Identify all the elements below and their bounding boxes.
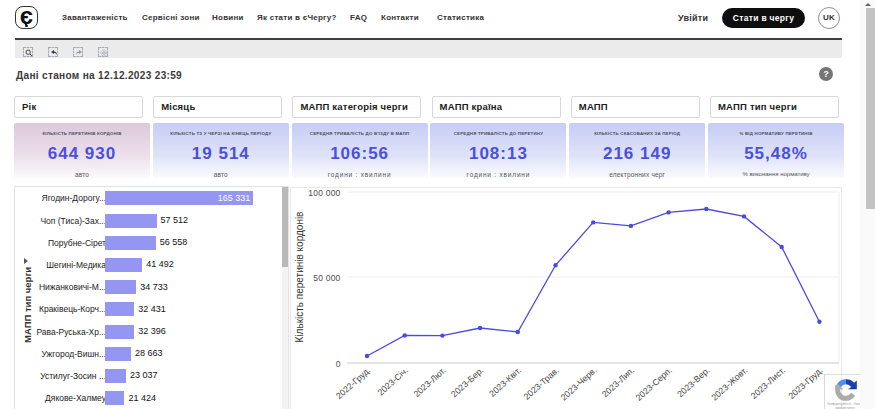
svg-text:2023-Трав.: 2023-Трав. xyxy=(522,365,561,402)
svg-text:2023-Лип.: 2023-Лип. xyxy=(600,365,636,399)
svg-text:Кількість перетинів кордонів: Кількість перетинів кордонів xyxy=(294,212,305,343)
svg-text:2022-Груд.: 2022-Груд. xyxy=(334,365,372,401)
svg-text:100 000: 100 000 xyxy=(308,188,340,198)
svg-text:2023-Жовт.: 2023-Жовт. xyxy=(709,365,749,402)
svg-text:2023-Груд.: 2023-Груд. xyxy=(786,365,824,401)
svg-text:2023-Квіт.: 2023-Квіт. xyxy=(487,365,523,399)
svg-text:2023-Черв.: 2023-Черв. xyxy=(559,365,599,402)
svg-text:50 000: 50 000 xyxy=(313,273,340,283)
svg-text:0: 0 xyxy=(336,359,341,369)
svg-text:2023-Вер.: 2023-Вер. xyxy=(675,365,711,399)
svg-text:2023-Бер.: 2023-Бер. xyxy=(449,365,485,399)
svg-text:2023-Січ.: 2023-Січ. xyxy=(376,365,410,397)
svg-text:2023-Лист.: 2023-Лист. xyxy=(749,365,787,401)
svg-text:2023-Лют.: 2023-Лют. xyxy=(412,365,448,399)
svg-text:2023-Серп.: 2023-Серп. xyxy=(634,365,674,403)
